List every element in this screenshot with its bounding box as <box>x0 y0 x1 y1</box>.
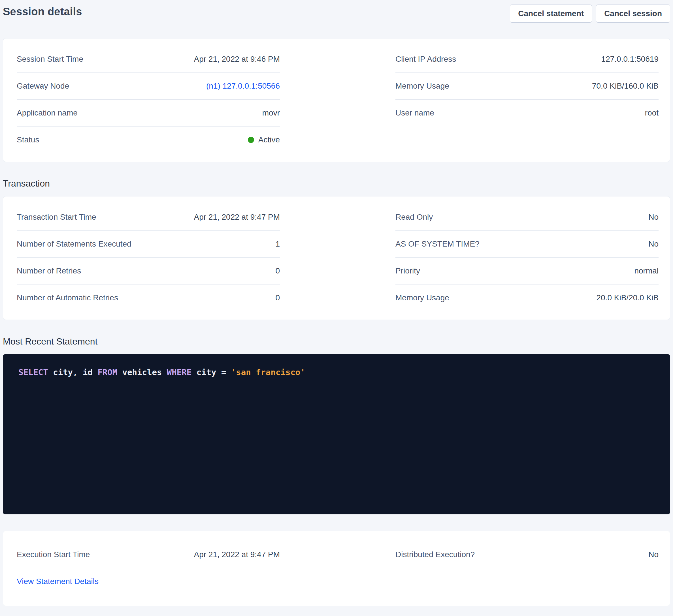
sql-statement-box: SELECT city, id FROM vehicles WHERE city… <box>3 354 670 514</box>
execution-right-column: Distributed Execution? No <box>395 541 659 568</box>
priority-row: Priority normal <box>395 258 659 285</box>
transaction-left-column: Transaction Start Time Apr 21, 2022 at 9… <box>17 204 280 311</box>
session-start-time-label: Session Start Time <box>17 54 83 64</box>
sql-statement-text: SELECT city, id FROM vehicles WHERE city… <box>18 367 305 377</box>
session-details-page: Session details Cancel statement Cancel … <box>0 0 673 616</box>
user-name-row: User name root <box>395 100 659 126</box>
session-summary-right-column: Client IP Address 127.0.0.1:50619 Memory… <box>395 46 659 126</box>
client-ip-label: Client IP Address <box>395 54 456 64</box>
read-only-label: Read Only <box>395 212 433 222</box>
transaction-memory-usage-label: Memory Usage <box>395 293 449 303</box>
distributed-execution-row: Distributed Execution? No <box>395 541 659 568</box>
cancel-statement-button[interactable]: Cancel statement <box>510 5 592 23</box>
execution-card: Execution Start Time Apr 21, 2022 at 9:4… <box>3 531 670 606</box>
status-row: Status Active <box>17 126 280 153</box>
sql-token-where: WHERE <box>167 367 192 377</box>
sql-token-table: vehicles <box>117 367 167 377</box>
status-value: Active <box>258 135 280 145</box>
retries-row: Number of Retries 0 <box>17 258 280 285</box>
automatic-retries-label: Number of Automatic Retries <box>17 293 118 303</box>
gateway-node-row: Gateway Node (n1) 127.0.0.1:50566 <box>17 73 280 100</box>
transaction-memory-usage-row: Memory Usage 20.0 KiB/20.0 KiB <box>395 285 659 311</box>
session-memory-usage-value: 70.0 KiB/160.0 KiB <box>592 81 659 91</box>
application-name-value: movr <box>262 108 280 118</box>
sql-token-string-literal: 'san francisco' <box>231 367 305 377</box>
application-name-label: Application name <box>17 108 77 118</box>
transaction-start-time-row: Transaction Start Time Apr 21, 2022 at 9… <box>17 204 280 231</box>
active-status-dot-icon <box>248 137 254 143</box>
status-badge: Active <box>248 135 280 145</box>
transaction-start-time-value: Apr 21, 2022 at 9:47 PM <box>194 212 280 222</box>
transaction-start-time-label: Transaction Start Time <box>17 212 96 222</box>
statements-executed-label: Number of Statements Executed <box>17 239 132 249</box>
sql-token-columns: city, id <box>48 367 98 377</box>
session-memory-usage-label: Memory Usage <box>395 81 449 91</box>
execution-start-time-row: Execution Start Time Apr 21, 2022 at 9:4… <box>17 541 280 568</box>
session-memory-usage-row: Memory Usage 70.0 KiB/160.0 KiB <box>395 73 659 100</box>
view-statement-details-row: View Statement Details <box>17 568 280 595</box>
gateway-node-label: Gateway Node <box>17 81 69 91</box>
session-start-time-row: Session Start Time Apr 21, 2022 at 9:46 … <box>17 46 280 73</box>
status-label: Status <box>17 135 39 145</box>
execution-left-column: Execution Start Time Apr 21, 2022 at 9:4… <box>17 541 280 595</box>
retries-label: Number of Retries <box>17 266 81 276</box>
automatic-retries-row: Number of Automatic Retries 0 <box>17 285 280 311</box>
read-only-row: Read Only No <box>395 204 659 231</box>
transaction-right-column: Read Only No AS OF SYSTEM TIME? No Prior… <box>395 204 659 311</box>
gateway-node-link[interactable]: (n1) 127.0.0.1:50566 <box>206 81 280 91</box>
transaction-memory-usage-value: 20.0 KiB/20.0 KiB <box>597 293 659 303</box>
client-ip-value: 127.0.0.1:50619 <box>601 54 659 64</box>
page-header: Session details Cancel statement Cancel … <box>3 0 670 28</box>
sql-token-condition: city = <box>192 367 231 377</box>
priority-label: Priority <box>395 266 420 276</box>
header-actions: Cancel statement Cancel session <box>510 5 670 23</box>
read-only-value: No <box>648 212 659 222</box>
client-ip-row: Client IP Address 127.0.0.1:50619 <box>395 46 659 73</box>
most-recent-statement-heading: Most Recent Statement <box>3 336 670 347</box>
statements-executed-value: 1 <box>275 239 280 249</box>
as-of-system-time-value: No <box>648 239 659 249</box>
session-start-time-value: Apr 21, 2022 at 9:46 PM <box>194 54 280 64</box>
execution-start-time-label: Execution Start Time <box>17 550 90 559</box>
transaction-card: Transaction Start Time Apr 21, 2022 at 9… <box>3 196 670 320</box>
transaction-heading: Transaction <box>3 178 670 189</box>
statements-executed-row: Number of Statements Executed 1 <box>17 231 280 258</box>
view-statement-details-link[interactable]: View Statement Details <box>17 577 98 586</box>
sql-token-select: SELECT <box>18 367 48 377</box>
distributed-execution-value: No <box>648 550 659 559</box>
session-summary-left-column: Session Start Time Apr 21, 2022 at 9:46 … <box>17 46 280 153</box>
automatic-retries-value: 0 <box>275 293 280 303</box>
as-of-system-time-row: AS OF SYSTEM TIME? No <box>395 231 659 258</box>
execution-start-time-value: Apr 21, 2022 at 9:47 PM <box>194 550 280 559</box>
as-of-system-time-label: AS OF SYSTEM TIME? <box>395 239 479 249</box>
cancel-session-button[interactable]: Cancel session <box>596 5 670 23</box>
priority-value: normal <box>634 266 659 276</box>
retries-value: 0 <box>275 266 280 276</box>
page-title: Session details <box>3 5 82 18</box>
user-name-label: User name <box>395 108 434 118</box>
sql-token-from: FROM <box>97 367 117 377</box>
distributed-execution-label: Distributed Execution? <box>395 550 475 559</box>
session-summary-card: Session Start Time Apr 21, 2022 at 9:46 … <box>3 38 670 162</box>
application-name-row: Application name movr <box>17 100 280 126</box>
user-name-value: root <box>645 108 659 118</box>
